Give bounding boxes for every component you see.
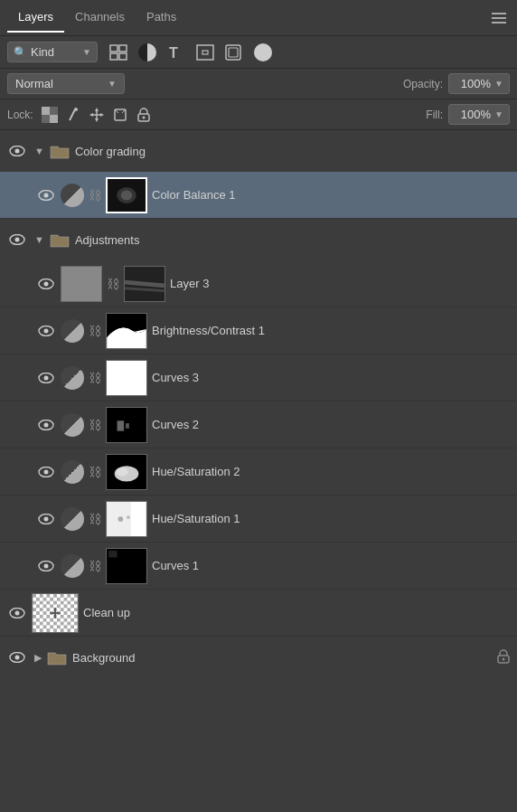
layer-name: Hue/Saturation 2	[152, 465, 510, 478]
chain-icon: ⛓	[89, 371, 101, 385]
svg-line-13	[70, 109, 75, 120]
lock-image-pixels-icon[interactable]	[64, 106, 82, 124]
eye-icon[interactable]	[36, 415, 56, 435]
eye-icon[interactable]	[36, 556, 56, 576]
layer-3[interactable]: ⛓ Layer 3	[0, 260, 517, 307]
svg-point-51	[44, 469, 49, 474]
blend-mode-dropdown[interactable]: Normal ▼	[7, 73, 125, 94]
adjustment-layer-icon	[61, 413, 84, 437]
svg-rect-11	[50, 107, 58, 115]
kind-dropdown[interactable]: 🔍 Kind ▼	[7, 42, 98, 62]
svg-rect-64	[108, 550, 118, 557]
layers-list: ▼ Color grading ⛓	[0, 130, 517, 805]
opacity-section: Opacity: 100% ▼	[403, 73, 510, 94]
group-name: Adjustments	[75, 233, 510, 247]
group-background[interactable]: ▶ Background	[0, 637, 517, 678]
lock-artboards-icon[interactable]	[111, 106, 129, 124]
svg-point-62	[44, 563, 49, 568]
svg-point-77	[503, 657, 505, 660]
layer-thumbnail	[61, 266, 102, 302]
group-color-grading[interactable]: ▼ Color grading	[0, 130, 517, 172]
svg-point-25	[142, 116, 145, 118]
adjustment-layer-icon	[61, 366, 84, 390]
adjustment-filter-icon[interactable]	[137, 42, 157, 62]
svg-point-14	[74, 108, 78, 111]
layer-name: Hue/Saturation 1	[152, 512, 510, 525]
layer-thumbnail	[106, 360, 147, 396]
pixel-filter-icon[interactable]	[108, 42, 128, 62]
svg-marker-20	[100, 113, 104, 117]
lock-label: Lock:	[7, 109, 33, 121]
layer-curves-2[interactable]: ⛓ Curves 2	[0, 401, 517, 448]
svg-point-59	[118, 516, 124, 522]
smart-filter-icon[interactable]	[224, 42, 244, 62]
svg-point-32	[121, 190, 133, 200]
group-name: Background	[72, 651, 492, 665]
group-chevron-icon[interactable]: ▼	[34, 146, 44, 156]
eye-icon[interactable]	[36, 462, 56, 482]
tab-layers[interactable]: Layers	[7, 3, 64, 33]
layer-thumbnail	[106, 313, 147, 349]
layer-mask-thumbnail	[124, 266, 165, 302]
group-name: Color grading	[75, 145, 510, 158]
path-filter-icon[interactable]	[195, 42, 215, 62]
eye-icon[interactable]	[36, 368, 56, 388]
panel-bottom	[0, 805, 517, 812]
blend-mode-arrow-icon: ▼	[108, 79, 117, 89]
eye-icon[interactable]	[36, 185, 56, 205]
layer-curves-1[interactable]: ⛓ Curves 1	[0, 543, 517, 590]
svg-point-60	[127, 515, 130, 519]
svg-rect-1	[119, 45, 127, 52]
svg-point-56	[44, 516, 49, 521]
panel-menu[interactable]	[488, 9, 510, 27]
folder-icon	[47, 649, 67, 666]
svg-rect-48	[118, 420, 125, 430]
lock-fill-toolbar: Lock:	[0, 99, 517, 130]
layer-name: Clean up	[83, 606, 510, 619]
group-chevron-icon[interactable]: ▼	[34, 234, 44, 245]
layer-color-balance-1[interactable]: ⛓ Color Balance 1	[0, 172, 517, 219]
eye-icon[interactable]	[7, 141, 27, 161]
chain-icon: ⛓	[89, 418, 101, 432]
layer-thumbnail	[106, 548, 147, 584]
filter-toolbar: 🔍 Kind ▼ T	[0, 36, 517, 69]
blend-opacity-toolbar: Normal ▼ Opacity: 100% ▼	[0, 69, 517, 99]
layer-curves-3[interactable]: ⛓ Curves 3	[0, 354, 517, 401]
eye-icon[interactable]	[36, 509, 56, 529]
group-chevron-icon[interactable]: ▶	[34, 652, 42, 664]
svg-rect-3	[119, 53, 127, 60]
layer-brightness-contrast-1[interactable]: ⛓ Brightness/Contrast 1	[0, 307, 517, 354]
mode-filter-icon[interactable]	[253, 42, 273, 62]
eye-icon[interactable]	[36, 321, 56, 341]
text-filter-icon[interactable]: T	[166, 42, 186, 62]
fill-arrow-icon: ▼	[494, 109, 503, 119]
eye-icon[interactable]	[7, 603, 27, 623]
layer-clean-up[interactable]: Clean up	[0, 590, 517, 637]
lock-transparent-icon[interactable]	[41, 106, 59, 124]
svg-point-54	[117, 467, 128, 477]
svg-point-36	[44, 281, 49, 286]
layer-hue-saturation-1[interactable]: ⛓ Hue/Saturation 1	[0, 496, 517, 543]
adjustment-layer-icon	[61, 184, 84, 207]
eye-icon[interactable]	[36, 274, 56, 294]
layers-panel: Layers Channels Paths 🔍 Kind ▼	[0, 0, 517, 812]
opacity-input[interactable]: 100% ▼	[448, 73, 510, 94]
fill-input[interactable]: 100% ▼	[448, 104, 510, 125]
background-lock-icon	[497, 649, 510, 666]
svg-rect-2	[110, 53, 118, 60]
lock-all-icon[interactable]	[135, 106, 153, 124]
tab-paths[interactable]: Paths	[136, 3, 187, 33]
svg-text:T: T	[169, 45, 178, 61]
lock-position-icon[interactable]	[88, 106, 106, 124]
svg-rect-12	[42, 115, 50, 123]
kind-arrow-icon: ▼	[82, 47, 91, 57]
eye-icon[interactable]	[7, 230, 27, 250]
layer-hue-saturation-2[interactable]: ⛓ Hue/Saturation 2	[0, 448, 517, 496]
fill-value: 100%	[455, 108, 491, 121]
svg-point-27	[15, 149, 20, 154]
eye-icon[interactable]	[7, 647, 27, 667]
tab-channels[interactable]: Channels	[64, 3, 136, 33]
layer-name: Curves 2	[152, 418, 510, 431]
group-adjustments[interactable]: ▼ Adjustments	[0, 219, 517, 260]
chain-icon: ⛓	[89, 188, 101, 203]
